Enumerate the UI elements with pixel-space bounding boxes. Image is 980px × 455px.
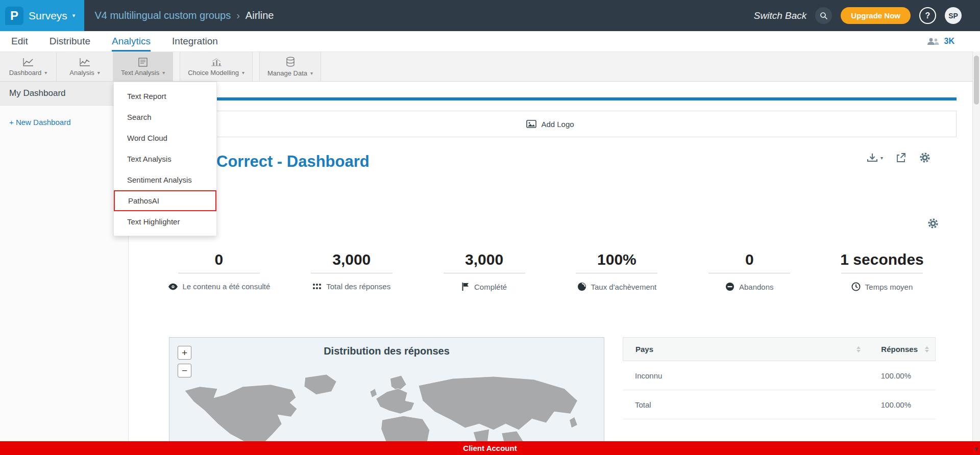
stat-label: Le contenu a été consulté	[183, 282, 271, 291]
divider	[444, 273, 525, 273]
country-cell: Inconnu	[623, 371, 844, 380]
sidebar-item-my-dashboard[interactable]: My Dashboard	[0, 82, 128, 106]
dashboard-title: Correct - Dashboard	[216, 153, 370, 171]
toolbar-dashboard[interactable]: Dashboard▾	[0, 52, 57, 81]
tab-integration[interactable]: Integration	[172, 31, 218, 52]
responses-cell: 100.00%	[844, 400, 936, 409]
column-header-pays[interactable]: Pays	[623, 345, 868, 353]
menu-item-pathosai[interactable]: PathosAI	[114, 190, 216, 211]
chevron-down-icon: ▾	[242, 70, 244, 75]
respondents-count[interactable]: 3K	[944, 37, 954, 46]
tab-edit[interactable]: Edit	[11, 31, 28, 52]
chevron-down-icon: ▾	[162, 70, 165, 75]
add-logo-label: Add Logo	[541, 120, 574, 129]
share-button[interactable]	[895, 153, 906, 163]
table-row: Inconnu 100.00%	[623, 361, 936, 390]
settings-button[interactable]	[919, 151, 931, 164]
toolbar-analysis[interactable]: Analysis▾	[57, 52, 113, 81]
stats-widget-settings-button[interactable]	[927, 217, 939, 232]
column-label: Réponses	[881, 345, 918, 353]
product-name: Surveys	[29, 10, 67, 22]
flag-icon	[461, 282, 470, 291]
divider	[178, 273, 260, 273]
breadcrumb: V4 multilingual custom groups › Airline	[94, 10, 274, 21]
sort-icon[interactable]	[925, 346, 929, 352]
survey-nav: Edit Distribute Analytics Integration 3K	[0, 31, 980, 52]
line-chart-icon	[22, 57, 34, 67]
stat-completion-rate: 100% Taux d'achèvement	[550, 251, 683, 291]
app-window: P Surveys ▾ V4 multilingual custom group…	[0, 0, 980, 455]
search-button[interactable]	[815, 7, 832, 24]
stat-completed: 3,000 Complété	[418, 251, 551, 291]
zoom-in-button[interactable]: +	[178, 346, 191, 360]
new-dashboard-link[interactable]: + New Dashboard	[9, 118, 70, 127]
response-map-widget: Distribution des réponses + −	[169, 337, 604, 455]
product-switcher[interactable]: P Surveys ▾	[0, 0, 84, 31]
toolbar-choice-modelling[interactable]: Choice Modelling▾	[180, 52, 253, 81]
toolbar-label: Manage Data	[267, 69, 307, 77]
stat-value: 0	[153, 251, 285, 268]
dashboard-actions: ▾	[867, 151, 931, 164]
grid-dots-icon	[312, 283, 322, 290]
country-table: Pays Réponses Inconnu 100.00% Total 100.…	[623, 337, 936, 419]
responses-cell: 100.00%	[844, 371, 936, 380]
database-icon	[285, 57, 296, 68]
divider	[841, 273, 923, 273]
menu-item-search[interactable]: Search	[114, 107, 216, 128]
minus-circle-icon	[725, 282, 734, 291]
stat-label: Total des réponses	[326, 282, 390, 291]
toolbar-manage-data[interactable]: Manage Data▾	[259, 52, 321, 81]
stat-value: 100%	[550, 251, 683, 268]
stat-total-responses: 3,000 Total des réponses	[285, 251, 418, 291]
text-analysis-menu: Text Report Search Word Cloud Text Analy…	[113, 82, 217, 236]
stat-label: Taux d'achèvement	[591, 283, 657, 291]
avatar[interactable]: SP	[945, 7, 962, 24]
column-header-reponses[interactable]: Réponses	[868, 345, 935, 353]
menu-item-sentiment-analysis[interactable]: Sentiment Analysis	[114, 169, 216, 190]
download-button[interactable]: ▾	[867, 153, 883, 163]
stat-label: Abandons	[739, 283, 774, 291]
help-button[interactable]: ?	[919, 7, 936, 24]
column-label: Pays	[635, 345, 653, 353]
people-icon	[926, 37, 940, 46]
menu-item-text-analysis[interactable]: Text Analysis	[114, 148, 216, 169]
gauge-icon	[577, 282, 586, 291]
stat-average-time: 1 secondes Temps moyen	[816, 251, 948, 291]
chevron-down-icon: ▾	[97, 70, 100, 75]
sort-icon[interactable]	[856, 346, 861, 352]
share-icon	[895, 153, 906, 163]
divider	[576, 273, 657, 273]
respondents-summary: 3K	[926, 31, 980, 52]
stat-viewed: 0 Le contenu a été consulté	[153, 251, 285, 291]
country-cell: Total	[623, 400, 844, 409]
clock-icon	[851, 282, 861, 291]
menu-item-text-highlighter[interactable]: Text Highlighter	[114, 211, 216, 232]
analysis-chart-icon	[79, 57, 91, 67]
toolbar-label: Dashboard	[9, 69, 42, 77]
chevron-down-icon: ▾	[880, 155, 883, 161]
stats-row: 0 Le contenu a été consulté 3,000 Total …	[153, 251, 948, 291]
chevron-down-icon: ▾	[44, 70, 47, 75]
client-account-label: Client Account	[463, 444, 517, 452]
breadcrumb-folder[interactable]: V4 multilingual custom groups	[94, 10, 231, 21]
chevron-down-icon: ▾	[72, 12, 76, 19]
toolbar-label: Text Analysis	[121, 69, 159, 77]
menu-item-word-cloud[interactable]: Word Cloud	[114, 128, 216, 148]
switch-back-link[interactable]: Switch Back	[754, 10, 806, 21]
choice-chart-icon	[210, 57, 223, 67]
table-row: Total 100.00%	[623, 390, 936, 419]
tab-analytics[interactable]: Analytics	[112, 31, 151, 52]
toolbar-text-analysis[interactable]: Text Analysis▾	[113, 52, 173, 81]
dashboard-accent-bar	[144, 97, 957, 100]
vertical-scrollbar[interactable]	[972, 52, 980, 441]
toolbar-label: Analysis	[69, 69, 94, 77]
upgrade-button[interactable]: Upgrade Now	[841, 7, 911, 24]
divider	[311, 273, 393, 273]
scrollbar-down-arrow-icon[interactable]: ▼	[973, 446, 979, 452]
add-logo-area[interactable]: Add Logo	[144, 111, 957, 137]
tab-distribute[interactable]: Distribute	[50, 31, 90, 52]
dashboard-sidebar: My Dashboard + New Dashboard	[0, 82, 129, 455]
menu-item-text-report[interactable]: Text Report	[114, 86, 216, 107]
scrollbar-thumb[interactable]	[974, 56, 979, 105]
gear-icon	[919, 151, 931, 164]
